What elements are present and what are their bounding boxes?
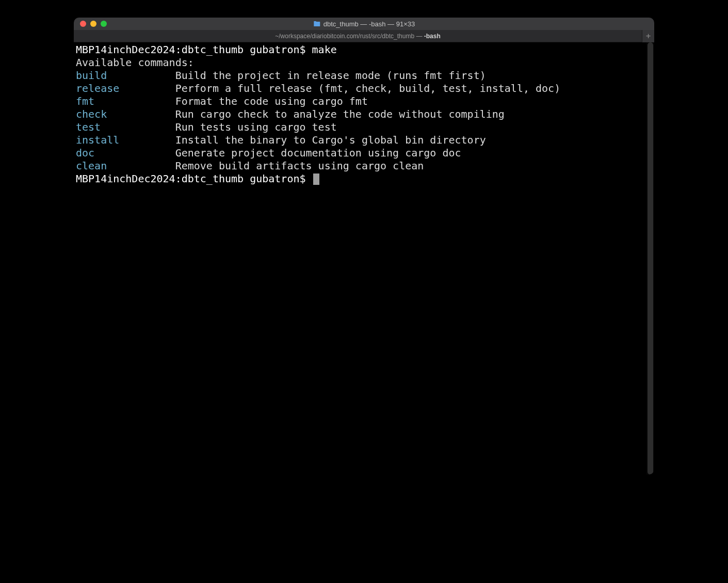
command-name: clean [76,160,175,172]
terminal-body[interactable]: MBP14inchDec2024:dbtc_thumb gubatron$ ma… [74,42,654,475]
command-desc: Run cargo check to analyze the code with… [175,108,505,120]
command-desc: Build the project in release mode (runs … [175,69,486,82]
cursor [313,174,319,185]
prompt-1: MBP14inchDec2024:dbtc_thumb gubatron$ [76,43,312,56]
command-desc: Format the code using cargo fmt [175,95,368,107]
tab-process: -bash [424,33,441,40]
command-name: test [76,121,175,134]
command-row: testRun tests using cargo test [76,121,652,134]
command-name: build [76,69,175,82]
command-row: checkRun cargo check to analyze the code… [76,108,652,121]
tab-path: ~/workspace/diariobitcoin.com/rust/src/d… [275,33,424,40]
window-title: dbtc_thumb — -bash — 91×33 [313,20,415,28]
command-desc: Generate project documentation using car… [175,147,461,159]
command-name: fmt [76,95,175,108]
maximize-button[interactable] [101,21,107,27]
scrollbar[interactable] [646,42,654,475]
command-row: releasePerform a full release (fmt, chec… [76,82,652,95]
command-desc: Install the binary to Cargo's global bin… [175,134,486,146]
command-name: install [76,134,175,147]
command-desc: Perform a full release (fmt, check, buil… [175,82,561,94]
command-name: doc [76,147,175,160]
command-name: release [76,82,175,95]
traffic-lights [74,21,107,27]
command-desc: Remove build artifacts using cargo clean [175,160,424,172]
tab-bar: ~/workspace/diariobitcoin.com/rust/src/d… [74,30,654,42]
terminal-window: dbtc_thumb — -bash — 91×33 ~/workspace/d… [74,18,654,475]
titlebar[interactable]: dbtc_thumb — -bash — 91×33 [74,18,654,30]
new-tab-button[interactable]: + [642,30,654,42]
command-row: fmtFormat the code using cargo fmt [76,95,652,108]
tab-current[interactable]: ~/workspace/diariobitcoin.com/rust/src/d… [74,33,642,40]
window-title-text: dbtc_thumb — -bash — 91×33 [323,20,415,28]
command-desc: Run tests using cargo test [175,121,337,133]
command-row: cleanRemove build artifacts using cargo … [76,160,652,172]
folder-icon [313,21,320,27]
output-header: Available commands: [76,56,652,69]
minimize-button[interactable] [90,21,96,27]
command-row: installInstall the binary to Cargo's glo… [76,134,652,147]
close-button[interactable] [80,21,86,27]
typed-command: make [312,43,337,56]
scrollbar-thumb[interactable] [648,42,653,475]
command-row: buildBuild the project in release mode (… [76,69,652,82]
command-name: check [76,108,175,121]
command-row: docGenerate project documentation using … [76,147,652,160]
prompt-2: MBP14inchDec2024:dbtc_thumb gubatron$ [76,172,312,185]
